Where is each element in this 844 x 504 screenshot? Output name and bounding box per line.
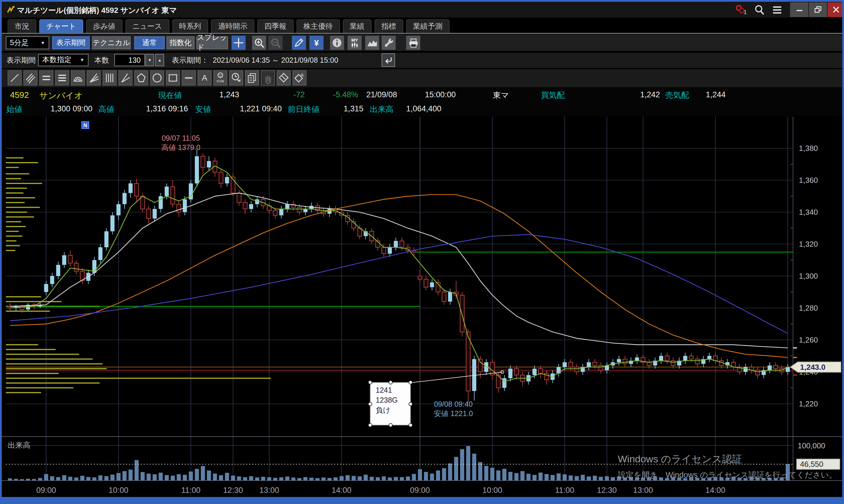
- svg-text:MY: MY: [352, 37, 358, 42]
- svg-text:13:00: 13:00: [259, 486, 279, 494]
- quote-row-2: 始値 1,300 09:00 高値 1,316 09:16 安値 1,221 0…: [2, 102, 842, 116]
- svg-text:10:00: 10:00: [109, 486, 129, 494]
- restore-button[interactable]: [809, 2, 827, 17]
- tab-earnings-forecast[interactable]: 業績予測: [406, 19, 449, 33]
- indexed-mode-button[interactable]: 指数化: [166, 36, 195, 49]
- yen-axis-button[interactable]: ¥: [309, 36, 324, 50]
- svg-text:1,340: 1,340: [799, 208, 818, 217]
- memo-handle[interactable]: [368, 423, 372, 427]
- interval-select[interactable]: 5分足 ▼: [6, 36, 49, 49]
- open-label: 始値: [6, 104, 22, 115]
- info-button[interactable]: [330, 36, 344, 50]
- horizontal-lines-2-tool[interactable]: [39, 70, 53, 86]
- tab-indicators[interactable]: 指標: [374, 19, 403, 33]
- tab-divider: [2, 33, 842, 34]
- display-period-button[interactable]: 表示期間: [52, 36, 90, 49]
- memo-handle[interactable]: [389, 423, 393, 427]
- svg-text:13:00: 13:00: [633, 486, 653, 494]
- print-button[interactable]: [406, 36, 420, 50]
- tab-chart[interactable]: チャート: [39, 19, 83, 33]
- prev-close-price: 1,315: [318, 104, 363, 113]
- price-chart[interactable]: 1,3801,3601,3401,3201,3001,2801,2601,240…: [2, 116, 842, 497]
- svg-text:ICON: ICON: [217, 80, 224, 83]
- icon-stamp-tool[interactable]: ICON: [213, 70, 228, 86]
- tab-news[interactable]: ニュース: [125, 19, 169, 33]
- caret-down-icon: ▼: [40, 40, 45, 46]
- vertical-lines-tool[interactable]: [103, 70, 116, 86]
- parallel-lines-tool[interactable]: [23, 70, 37, 86]
- menu-icon[interactable]: [772, 5, 783, 15]
- quote-time: 15:00:00: [425, 90, 456, 99]
- my-chart-button[interactable]: MY: [347, 36, 362, 50]
- time-event-tool[interactable]: [229, 70, 243, 86]
- close-button[interactable]: [828, 2, 844, 17]
- zoom-out-button[interactable]: [268, 36, 283, 50]
- memo-text-box[interactable]: 1241 1238G 負け: [370, 382, 411, 426]
- quote-row-1: 4592 サンバイオ 現在値 1,243 -72 -5.48% 21/09/08…: [2, 88, 842, 102]
- period-bar: 表示期間 本数指定 ▼ 本数 130 ▼ ▲ 表示期間： 2021/09/06 …: [2, 53, 842, 68]
- count-mode-select[interactable]: 本数指定 ▼: [38, 54, 89, 66]
- tab-shikiho[interactable]: 四季報: [257, 19, 293, 33]
- memo-handle[interactable]: [368, 380, 372, 384]
- session-high-annotation: 09/07 11:05 高値 1379.0: [141, 133, 220, 152]
- copy-object-tool[interactable]: [245, 70, 259, 86]
- tab-shareholder-benefits[interactable]: 株主優待: [296, 19, 340, 33]
- eraser-tool[interactable]: [277, 70, 291, 86]
- high-label: 高値: [98, 104, 114, 115]
- count-input[interactable]: 130: [114, 54, 145, 66]
- memo-handle[interactable]: [389, 380, 393, 384]
- text-tool[interactable]: A: [198, 70, 212, 86]
- link-group-icon[interactable]: 1: [734, 3, 747, 16]
- price-change: -72: [259, 90, 305, 99]
- memo-handle[interactable]: [409, 380, 413, 384]
- ellipse-tool[interactable]: [150, 70, 164, 86]
- memo-handle[interactable]: [409, 402, 413, 406]
- high-time: 09:16: [168, 104, 188, 113]
- tab-timely-disclosure[interactable]: 適時開示: [211, 19, 254, 33]
- tab-bar: 市況チャート歩み値ニュース時系列適時開示四季報株主優待業績指標業績予測: [7, 19, 449, 33]
- search-icon[interactable]: [754, 4, 766, 16]
- draw-pencil-button[interactable]: [292, 36, 306, 50]
- normal-mode-button[interactable]: 通常: [134, 36, 165, 49]
- reset-period-button[interactable]: [381, 53, 395, 67]
- zoom-in-button[interactable]: [252, 36, 266, 50]
- angle-lines-tool[interactable]: [119, 70, 132, 86]
- bid-label: 買気配: [541, 90, 565, 101]
- svg-text:100,000: 100,000: [798, 441, 825, 450]
- settings-wrench-button[interactable]: [381, 36, 396, 50]
- memo-handle[interactable]: [368, 402, 372, 406]
- svg-text:1,380: 1,380: [799, 144, 818, 153]
- tab-earnings[interactable]: 業績: [343, 19, 371, 33]
- tab-tick-data[interactable]: 歩み値: [86, 19, 123, 33]
- count-label: 本数: [94, 56, 109, 66]
- count-decrement-button[interactable]: ▼: [145, 54, 154, 66]
- horizontal-line-tool[interactable]: [182, 70, 196, 86]
- count-increment-button[interactable]: ▲: [155, 54, 164, 66]
- crosshair-button[interactable]: [232, 36, 246, 50]
- open-time: 09:00: [73, 104, 93, 113]
- technical-button[interactable]: テクニカル: [92, 36, 131, 49]
- title-bar[interactable]: マルチツール(個別銘柄) 4592 サンバイオ 東マ 1: [2, 2, 842, 18]
- current-price-label: 現在値: [158, 90, 182, 101]
- fan-lines-tool[interactable]: [87, 70, 101, 86]
- horizontal-lines-3-tool[interactable]: [55, 70, 69, 86]
- pentagon-tool[interactable]: [134, 70, 148, 86]
- hand-tool[interactable]: [261, 70, 275, 86]
- stock-code: 4592: [10, 90, 29, 100]
- spread-mode-button[interactable]: スプレッド: [196, 36, 228, 49]
- memo-handle[interactable]: [409, 423, 413, 427]
- minimize-button[interactable]: [790, 2, 808, 17]
- ask-price: 1,244: [676, 90, 725, 99]
- chart-toolbar: 5分足 ▼ 表示期間テクニカル通常指数化スプレッド: [2, 35, 842, 51]
- app-window: マルチツール(個別銘柄) 4592 サンバイオ 東マ 1: [0, 0, 844, 504]
- eraser-all-tool[interactable]: A: [292, 70, 307, 86]
- line-tool[interactable]: [7, 70, 22, 86]
- fibonacci-arcs-tool[interactable]: [71, 70, 85, 86]
- news-marker[interactable]: N: [82, 121, 89, 129]
- rectangle-tool[interactable]: [166, 70, 180, 86]
- chart-style-button[interactable]: [365, 36, 379, 50]
- quote-date: 21/09/08: [366, 90, 397, 99]
- svg-text:14:00: 14:00: [705, 486, 725, 494]
- tab-time-series[interactable]: 時系列: [172, 19, 208, 33]
- tab-market-overview[interactable]: 市況: [7, 19, 36, 33]
